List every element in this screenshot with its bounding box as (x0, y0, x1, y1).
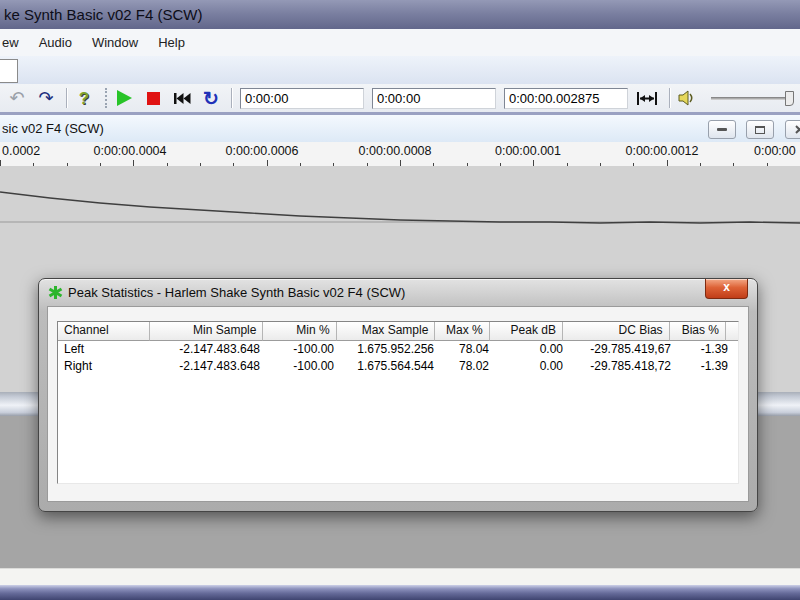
child-restore-button[interactable] (746, 120, 774, 139)
cell-bias: -1.39 (677, 341, 734, 358)
cell-max-sample: 1.675.952.256 (340, 341, 440, 358)
transport-toolbar: ↶ ↷ ? ↻ 0:00:000:00:000:00:00.002875 (0, 84, 800, 112)
main-window-title: ke Synth Basic v02 F4 (SCW) (0, 0, 800, 29)
play-button[interactable] (112, 87, 136, 109)
undo-button[interactable]: ↶ (5, 87, 29, 109)
cell-min-sample: -2.147.483.648 (151, 341, 266, 358)
status-bar (0, 568, 800, 586)
cell-min: -100.00 (266, 358, 340, 375)
peak-statistics-dialog: Peak Statistics - Harlem Shake Synth Bas… (38, 278, 758, 512)
restore-icon (755, 126, 765, 134)
time-field-1[interactable]: 0:00:00 (240, 88, 364, 109)
cell-max: 78.04 (440, 341, 495, 358)
menu-item-help[interactable]: Help (148, 29, 195, 56)
time-ruler[interactable]: 0.00020:00:00.00040:00:00.00060:00:00.00… (0, 142, 800, 168)
stop-icon (147, 92, 160, 105)
column-header-max-sample[interactable]: Max Sample (337, 322, 436, 341)
rewind-button[interactable] (170, 87, 194, 109)
menu-item-window[interactable]: Window (82, 29, 148, 56)
cell-channel: Left (58, 341, 151, 358)
main-titlebar[interactable]: ke Synth Basic v02 F4 (SCW) (0, 0, 800, 30)
column-header-min[interactable]: Min % (263, 322, 336, 341)
column-header-bias[interactable]: Bias % (670, 322, 726, 341)
rewind-icon (173, 92, 191, 105)
child-window-titlebar[interactable]: sic v02 F4 (SCW) (0, 115, 800, 142)
app-window: ke Synth Basic v02 F4 (SCW) ewAudioWindo… (0, 0, 800, 600)
column-header-filler (726, 322, 738, 341)
menu-item-ew[interactable]: ew (0, 29, 29, 56)
undo-icon: ↶ (9, 89, 24, 107)
cell-max: 78.02 (440, 358, 495, 375)
column-header-max[interactable]: Max % (435, 322, 489, 341)
volume-slider-track[interactable] (711, 97, 787, 100)
column-header-dc-bias[interactable]: DC Bias (563, 322, 670, 341)
time-fields: 0:00:000:00:000:00:00.002875 (232, 88, 628, 109)
loop-icon: ↻ (203, 89, 219, 108)
ruler-label: 0:00:00.0004 (94, 144, 167, 158)
menu-bar: ewAudioWindowHelp (0, 29, 800, 57)
goldwave-app-icon (48, 285, 63, 300)
cell-channel: Right (58, 358, 151, 375)
toolbar-separator (66, 88, 67, 108)
toolbar-separator (669, 88, 670, 108)
toolbar-drag-handle[interactable] (105, 88, 107, 108)
cell-min: -100.00 (266, 341, 340, 358)
stop-button[interactable] (141, 87, 165, 109)
measure-width-icon (636, 92, 658, 105)
cell-max-sample: 1.675.564.544 (340, 358, 440, 375)
time-field-2[interactable]: 0:00:00 (372, 88, 496, 109)
cell-dc-bias: -29.785.419,67 (569, 341, 677, 358)
selection-width-button[interactable] (633, 87, 661, 109)
close-icon (795, 125, 800, 134)
dialog-title: Peak Statistics - Harlem Shake Synth Bas… (68, 285, 405, 300)
dialog-close-button[interactable]: x (705, 279, 748, 299)
stats-header-row: ChannelMin SampleMin %Max SampleMax %Pea… (58, 322, 738, 341)
cell-bias: -1.39 (677, 358, 734, 375)
column-header-channel[interactable]: Channel (58, 322, 150, 341)
speaker-icon (678, 90, 696, 106)
play-icon (117, 90, 132, 106)
volume-button[interactable] (675, 87, 699, 109)
column-header-peak-db[interactable]: Peak dB (490, 322, 563, 341)
menu-item-audio[interactable]: Audio (29, 29, 82, 56)
cell-dc-bias: -29.785.418,72 (569, 358, 677, 375)
help-button[interactable]: ? (72, 87, 96, 109)
dialog-client-area: ChannelMin SampleMin %Max SampleMax %Pea… (47, 306, 749, 502)
redo-button[interactable]: ↷ (34, 87, 58, 109)
truncated-combobox[interactable] (0, 59, 18, 83)
help-icon: ? (79, 90, 89, 107)
stats-row-left[interactable]: Left-2.147.483.648-100.001.675.952.25678… (58, 341, 738, 358)
column-header-min-sample[interactable]: Min Sample (150, 322, 264, 341)
ruler-label: 0:00:00.001 (495, 144, 561, 158)
window-bottom-frame (0, 585, 800, 600)
secondary-toolbar-band (0, 56, 800, 84)
child-minimize-button[interactable] (708, 120, 736, 139)
loop-button[interactable]: ↻ (199, 87, 223, 109)
cell-peak-db: 0.00 (495, 341, 569, 358)
stats-rows: Left-2.147.483.648-100.001.675.952.25678… (58, 341, 738, 375)
cell-peak-db: 0.00 (495, 358, 569, 375)
cell-min-sample: -2.147.483.648 (151, 358, 266, 375)
dialog-titlebar[interactable]: Peak Statistics - Harlem Shake Synth Bas… (39, 279, 757, 306)
minimize-icon (717, 128, 727, 131)
child-close-button[interactable] (785, 120, 800, 139)
redo-icon: ↷ (38, 89, 53, 107)
ruler-label: 0:00:00.0012 (626, 144, 699, 158)
ruler-label: 0:00:00.0008 (359, 144, 432, 158)
ruler-label: 0:00:00.0006 (226, 144, 299, 158)
ruler-label: 0:00:00 (754, 144, 796, 158)
ruler-label: 0.0002 (2, 144, 40, 158)
stats-row-right[interactable]: Right-2.147.483.648-100.001.675.564.5447… (58, 358, 738, 375)
child-window-title: sic v02 F4 (SCW) (0, 115, 800, 142)
stats-listbox: ChannelMin SampleMin %Max SampleMax %Pea… (57, 321, 739, 484)
time-field-3[interactable]: 0:00:00.002875 (504, 88, 628, 109)
volume-slider-thumb[interactable] (785, 91, 794, 106)
